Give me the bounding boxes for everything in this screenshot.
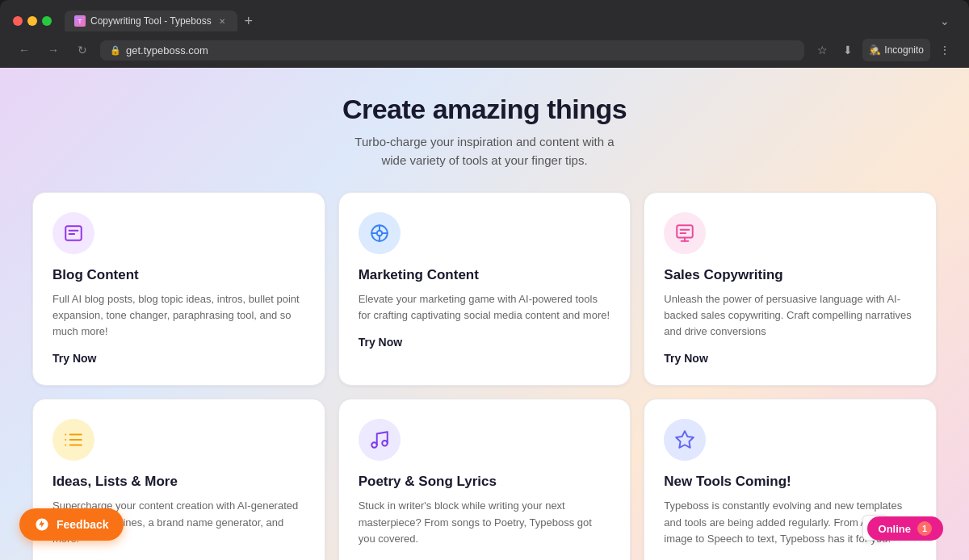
marketing-content-icon	[369, 223, 390, 244]
card-sales-copywriting[interactable]: Sales Copywriting Unleash the power of p…	[644, 192, 937, 386]
address-bar-row: ← → ↻ 🔒 get.typeboss.com ☆ ⬇ 🕵 Incognito…	[0, 32, 969, 68]
card-icon-wrap-new-tools	[664, 419, 706, 461]
incognito-icon: 🕵	[869, 44, 881, 56]
traffic-lights	[13, 16, 52, 26]
svg-point-4	[376, 231, 382, 236]
feedback-svg-icon	[35, 517, 49, 532]
svg-point-21	[382, 441, 388, 447]
svg-point-20	[371, 443, 377, 449]
browser-actions: ☆ ⬇ 🕵 Incognito ⋮	[811, 39, 956, 61]
new-tab-button[interactable]: +	[237, 10, 260, 32]
card-title-poetry: Poetry & Song Lyrics	[359, 474, 611, 490]
incognito-label: Incognito	[884, 44, 924, 56]
url-text: get.typeboss.com	[126, 44, 208, 56]
feedback-label: Feedback	[57, 518, 109, 531]
browser-chrome: T Copywriting Tool - Typeboss ✕ + ⌄ ← → …	[0, 0, 969, 68]
feedback-icon	[34, 516, 50, 533]
incognito-badge: 🕵 Incognito	[862, 39, 930, 61]
minimize-button[interactable]	[27, 16, 37, 26]
svg-rect-9	[677, 225, 694, 237]
card-icon-wrap-marketing	[359, 212, 401, 254]
card-title-marketing: Marketing Content	[359, 267, 611, 283]
try-now-marketing[interactable]: Try Now	[359, 336, 402, 349]
tab-favicon: T	[74, 15, 86, 27]
page-subtitle: Turbo-charge your inspiration and conten…	[32, 133, 937, 169]
blog-content-icon	[63, 223, 84, 244]
sales-copywriting-icon	[674, 223, 695, 244]
feedback-button[interactable]: Feedback	[19, 508, 124, 541]
online-count: 1	[917, 521, 932, 536]
tab-bar: T Copywriting Tool - Typeboss ✕ +	[65, 10, 927, 32]
card-title-ideas: Ideas, Lists & More	[52, 474, 305, 490]
refresh-button[interactable]: ↻	[71, 39, 94, 61]
page-title: Create amazing things	[32, 94, 937, 125]
card-icon-wrap-sales	[664, 212, 706, 254]
card-icon-wrap-ideas	[52, 419, 94, 461]
title-bar: T Copywriting Tool - Typeboss ✕ + ⌄	[0, 0, 969, 32]
close-button[interactable]	[13, 16, 23, 26]
card-icon-wrap-poetry	[359, 419, 401, 461]
ideas-lists-icon	[63, 429, 84, 450]
try-now-blog[interactable]: Try Now	[52, 352, 96, 365]
card-icon-wrap-blog	[52, 212, 94, 254]
download-icon[interactable]: ⬇	[837, 39, 859, 61]
online-label: Online	[879, 523, 911, 535]
back-button[interactable]: ←	[13, 39, 36, 61]
active-tab[interactable]: T Copywriting Tool - Typeboss ✕	[65, 10, 237, 31]
card-desc-marketing: Elevate your marketing game with AI-powe…	[359, 291, 611, 324]
card-desc-sales: Unleash the power of persuasive language…	[664, 291, 917, 340]
address-bar[interactable]: 🔒 get.typeboss.com	[100, 40, 804, 61]
try-now-sales[interactable]: Try Now	[664, 352, 707, 365]
forward-button[interactable]: →	[42, 39, 65, 61]
card-title-sales: Sales Copywriting	[664, 267, 917, 283]
cards-grid: Blog Content Full AI blog posts, blog to…	[32, 192, 937, 560]
card-marketing-content[interactable]: Marketing Content Elevate your marketing…	[338, 192, 631, 386]
more-options-icon[interactable]: ⋮	[933, 39, 956, 61]
online-badge[interactable]: Online 1	[867, 516, 943, 541]
card-desc-blog: Full AI blog posts, blog topic ideas, in…	[52, 291, 305, 340]
svg-rect-0	[65, 226, 82, 240]
page-content: Create amazing things Turbo-charge your …	[0, 68, 969, 560]
poetry-song-icon	[369, 429, 390, 450]
tab-title: Copywriting Tool - Typeboss	[90, 15, 212, 27]
card-desc-poetry: Stuck in writer's block while writing yo…	[359, 498, 611, 546]
tab-close-icon[interactable]: ✕	[216, 15, 228, 27]
card-poetry-song[interactable]: Poetry & Song Lyrics Stuck in writer's b…	[338, 399, 631, 560]
new-tools-icon	[674, 429, 695, 450]
card-blog-content[interactable]: Blog Content Full AI blog posts, blog to…	[32, 192, 325, 386]
card-title-blog: Blog Content	[52, 267, 305, 283]
card-title-new-tools: New Tools Coming!	[664, 474, 917, 490]
lock-icon: 🔒	[110, 45, 121, 56]
maximize-button[interactable]	[42, 16, 52, 26]
page-header: Create amazing things Turbo-charge your …	[32, 94, 937, 169]
bookmark-icon[interactable]: ☆	[811, 39, 833, 61]
window-controls[interactable]: ⌄	[933, 10, 956, 32]
